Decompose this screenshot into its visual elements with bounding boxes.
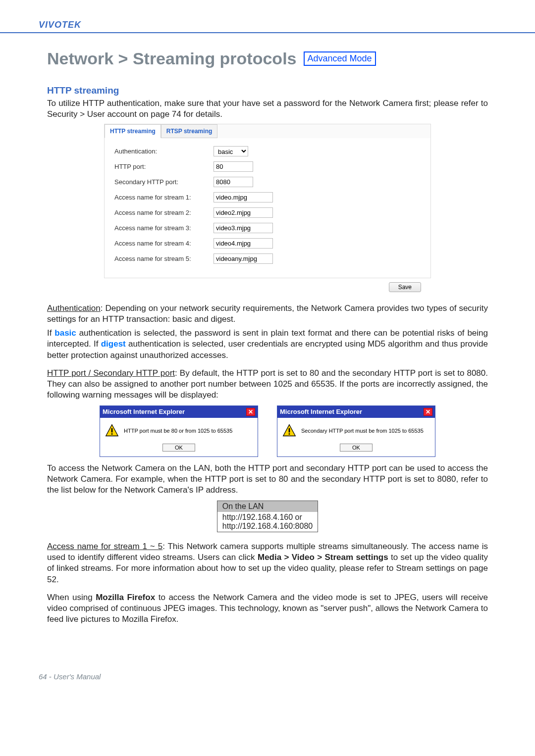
section-heading-http-streaming: HTTP streaming [47, 85, 488, 96]
label-secondary-http-port: Secondary HTTP port: [114, 178, 214, 186]
port-paragraph: HTTP port / Secondary HTTP port: By defa… [47, 368, 488, 401]
select-authentication[interactable]: basic [214, 146, 248, 156]
label-stream1: Access name for stream 1: [114, 194, 214, 201]
dialog-secondary-port-warning: Microsoft Internet Explorer ✕ Secondary … [277, 405, 435, 457]
svg-rect-4 [289, 428, 290, 433]
dialog-title: Microsoft Internet Explorer [280, 408, 362, 415]
page-footer: 64 - User's Manual [0, 628, 535, 701]
dialog-message: HTTP port must be 80 or from 1025 to 655… [124, 428, 232, 434]
warning-icon [282, 424, 296, 438]
brand-logo: VIVOTEK [39, 20, 81, 30]
close-icon[interactable]: ✕ [246, 408, 255, 416]
tab-rtsp-streaming[interactable]: RTSP streaming [161, 124, 217, 138]
close-icon[interactable]: ✕ [424, 408, 432, 416]
lan-access-paragraph: To access the Network Camera on the LAN,… [47, 463, 488, 496]
label-stream5: Access name for stream 5: [114, 255, 214, 262]
authentication-paragraph-2: If basic authentication is selected, the… [47, 328, 488, 360]
svg-rect-1 [111, 428, 113, 433]
ok-button[interactable]: OK [162, 444, 195, 452]
label-stream4: Access name for stream 4: [114, 240, 214, 247]
label-stream3: Access name for stream 3: [114, 224, 214, 232]
input-stream3[interactable] [214, 223, 273, 233]
warning-icon [105, 424, 119, 438]
page-title: Network > Streaming protocols [47, 49, 297, 68]
settings-panel: HTTP streaming RTSP streaming Authentica… [104, 124, 431, 278]
authentication-paragraph: Authentication: Depending on your networ… [47, 303, 488, 325]
label-http-port: HTTP port: [114, 163, 214, 170]
intro-paragraph: To utilize HTTP authentication, make sur… [47, 98, 488, 120]
access-name-paragraph: Access name for stream 1 ~ 5: This Netwo… [47, 541, 488, 585]
tab-http-streaming[interactable]: HTTP streaming [105, 124, 161, 138]
input-stream4[interactable] [214, 238, 273, 249]
svg-rect-5 [289, 433, 290, 435]
save-button[interactable]: Save [389, 282, 421, 292]
lan-table-row: http://192.168.4.160 or http://192.168.4… [217, 512, 318, 532]
page-header: VIVOTEK [0, 16, 535, 33]
label-stream2: Access name for stream 2: [114, 209, 214, 216]
dialog-title: Microsoft Internet Explorer [103, 408, 185, 415]
lan-table-header: On the LAN [217, 501, 318, 512]
ok-button[interactable]: OK [340, 444, 373, 452]
label-authentication: Authentication: [114, 148, 214, 155]
input-secondary-http-port[interactable] [214, 177, 253, 187]
input-stream5[interactable] [214, 253, 273, 264]
dialog-message: Secondary HTTP port must be from 1025 to… [301, 428, 424, 434]
lan-address-table: On the LAN http://192.168.4.160 or http:… [217, 501, 318, 532]
input-stream1[interactable] [214, 192, 273, 202]
mode-badge: Advanced Mode [304, 51, 376, 66]
svg-rect-2 [111, 433, 113, 435]
firefox-paragraph: When using Mozilla Firefox to access the… [47, 592, 488, 625]
input-http-port[interactable] [214, 161, 253, 172]
input-stream2[interactable] [214, 207, 273, 218]
dialog-http-port-warning: Microsoft Internet Explorer ✕ HTTP port … [100, 405, 258, 457]
